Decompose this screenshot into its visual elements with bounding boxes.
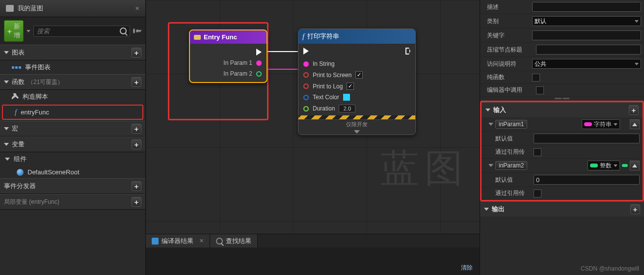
prop-label: 压缩节点标题 [487,46,536,54]
param2-pin[interactable]: In Param 2 [195,68,262,79]
add-dispatcher-button[interactable]: + [132,181,141,191]
prop-label: 编辑器中调用 [487,86,536,94]
add-local-var-button[interactable]: + [132,197,141,207]
add-new-button[interactable]: + 新增 [4,20,24,42]
default-value-input[interactable] [534,175,640,185]
outputs-section-header[interactable]: 输出 + [480,201,644,217]
expand-arrow-icon[interactable] [354,130,360,134]
string-pin-icon [256,60,262,66]
keywords-input[interactable] [532,30,641,40]
search-icon [120,28,127,34]
section-functions[interactable]: 函数 （21可覆盖） + [0,74,145,90]
print-string-node[interactable]: f 打印字符串 In String Print to Screen✓ Print… [298,28,416,135]
param-name-button[interactable]: inParam1 [495,120,527,129]
inputs-section-header[interactable]: 输入 + [482,102,643,117]
exec-out-pin[interactable] [405,48,410,55]
param-name-button[interactable]: inParam2 [495,161,527,170]
checkbox[interactable]: ✓ [355,71,363,79]
section-macros[interactable]: 宏 + [0,121,145,137]
search-input[interactable] [37,28,120,35]
find-results-tab[interactable]: 查找结果 [210,234,258,248]
entry-func-node[interactable]: Entry Func In Param 1 In Param 2 [189,29,268,83]
event-graph-item[interactable]: 事件图表 [0,60,145,74]
checkbox[interactable]: ✓ [347,82,354,90]
close-icon[interactable]: ✕ [199,238,204,244]
right-details-panel: 描述 类别 默认 关键字 压缩节点标题 访问说明符 公共 纯函数 编辑器中调用 … [480,0,644,275]
add-output-button[interactable]: + [630,204,640,214]
section-local-vars[interactable]: 局部变量 (entryFunc) + [0,194,145,210]
input-param-2: inParam2 整数 [482,159,643,173]
prop-label: 关键字 [487,31,532,40]
pure-checkbox[interactable] [532,74,540,82]
category-combo[interactable]: 默认 [532,16,641,26]
item-label: 事件图表 [25,63,51,72]
prop-label: 通过引用传 [488,148,534,156]
duration-input[interactable]: 2.0 [339,105,355,112]
prop-label: 纯函数 [487,73,532,82]
override-count: （21可覆盖） [27,78,63,86]
components-item[interactable]: 组件 [0,152,145,166]
function-icon: f [15,108,17,116]
compiler-results-tab[interactable]: 编译器结果 ✕ [146,234,210,248]
section-variables[interactable]: 变量 + [0,137,145,152]
in-string-pin[interactable]: In String [303,58,410,69]
move-up-button[interactable] [630,119,640,129]
prop-label: 通过引用传 [488,189,534,197]
compact-input[interactable] [536,45,641,55]
combo-text: 默认 [535,17,633,26]
float-pin-icon [303,106,309,111]
print-log-pin[interactable]: Print to Log✓ [303,81,410,92]
pin-label: Print to Screen [313,72,351,79]
chevron-down-icon [635,20,639,23]
entry-func-item[interactable]: f entryFunc [2,105,143,120]
editor-call-checkbox[interactable] [536,86,544,94]
int-type-icon [590,164,598,167]
search-icon [216,238,223,245]
default-scene-root-item[interactable]: DefaultSceneRoot [0,166,145,178]
graph-canvas[interactable]: 蓝图 Entry Func In Param 1 In Param 2 f [146,0,480,234]
node-header[interactable]: f 打印字符串 [298,29,415,44]
description-input[interactable] [532,2,641,12]
access-combo[interactable]: 公共 [532,59,641,69]
exec-out-pin[interactable] [195,47,262,57]
combo-text: 公共 [535,60,633,68]
expand-icon[interactable] [488,123,493,126]
exec-in-pin[interactable] [303,48,309,55]
param-type-combo[interactable]: 字符串 [582,119,620,129]
clear-link[interactable]: 清除 [461,264,473,272]
default-value-input[interactable] [534,134,640,143]
duration-pin[interactable]: Duration2.0 [303,103,410,114]
move-up-button[interactable] [630,161,640,170]
section-dispatchers[interactable]: 事件分发器 + [0,178,145,194]
param1-pin[interactable]: In Param 1 [195,57,262,68]
node-header[interactable]: Entry Func [190,30,267,44]
add-input-button[interactable]: + [629,105,639,115]
chevron-down-icon [614,123,617,126]
search-box[interactable] [33,26,130,37]
expand-icon[interactable] [488,164,493,167]
add-function-button[interactable]: + [132,77,141,87]
add-macro-button[interactable]: + [132,124,141,134]
byref-checkbox[interactable] [534,148,541,156]
close-icon[interactable]: ✕ [135,5,139,12]
color-swatch[interactable] [343,94,350,101]
watermark-text: 蓝图 [380,143,469,194]
eye-icon[interactable] [133,28,135,33]
param-type-combo[interactable]: 整数 [588,161,620,170]
construct-script-item[interactable]: 构造脚本 [0,90,145,104]
sphere-icon [17,169,24,176]
add-variable-button[interactable]: + [132,139,141,149]
pin-label: In Param 1 [223,59,252,66]
section-label: 局部变量 (entryFunc) [4,198,59,206]
print-screen-pin[interactable]: Print to Screen✓ [303,69,410,81]
text-color-pin[interactable]: Text Color [303,92,410,103]
panel-header: 我的蓝图 ✕ [0,0,145,17]
drag-handle[interactable] [552,98,572,100]
byref-checkbox[interactable] [534,190,541,197]
add-chart-button[interactable]: + [132,48,141,57]
section-charts[interactable]: 图表 + [0,45,145,60]
prop-label: 类别 [487,17,532,26]
chevron-down-icon[interactable] [27,30,30,32]
chevron-down-icon [635,63,639,65]
section-label: 变量 [12,140,25,149]
